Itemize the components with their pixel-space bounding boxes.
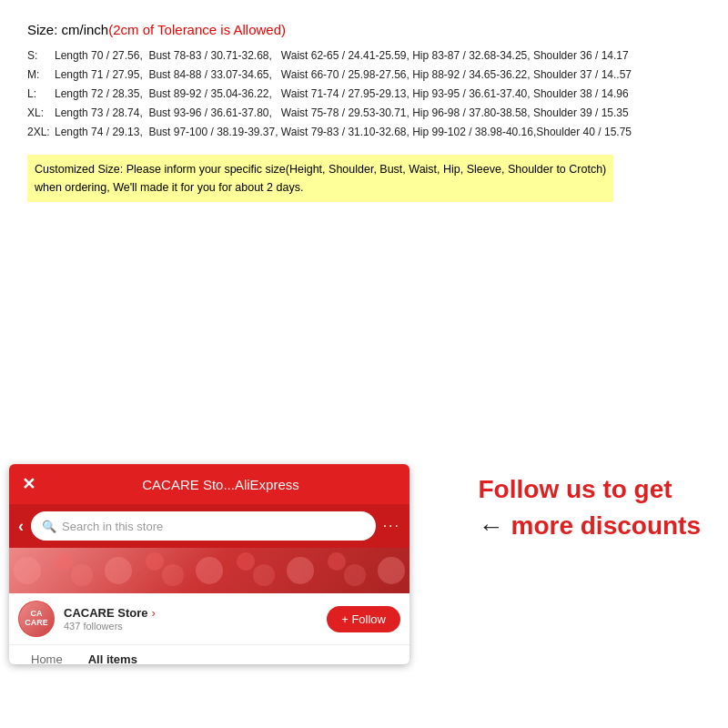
size-row-2xl: 2XL: Length 74 / 29.13, Bust 97-100 / 38… [27, 123, 701, 142]
search-input-container[interactable]: 🔍 Search in this store [31, 511, 376, 541]
size-title: Size: cm/inch(2cm of Tolerance is Allowe… [27, 22, 701, 37]
store-arrow-icon: › [151, 606, 155, 620]
app-topbar: ✕ CACARE Sto...AliExpress [9, 464, 410, 504]
tab-all-items-label: All items [88, 652, 137, 664]
size-label-l: L: [27, 85, 55, 104]
size-row-l: L: Length 72 / 28.35, Bust 89-92 / 35.04… [27, 85, 701, 104]
store-followers: 437 followers [64, 621, 318, 632]
page-container: Size: cm/inch(2cm of Tolerance is Allowe… [0, 0, 728, 728]
tab-home[interactable]: Home [18, 645, 76, 664]
avatar: CACARE [18, 601, 55, 637]
size-data-2xl: Length 74 / 29.13, Bust 97-100 / 38.19-3… [55, 123, 701, 142]
more-options-button[interactable]: ··· [383, 518, 400, 534]
size-data-xl: Length 73 / 28.74, Bust 93-96 / 36.61-37… [55, 104, 701, 123]
store-name: CACARE Store [64, 606, 147, 620]
size-label-xl: XL: [27, 104, 55, 123]
size-label-2xl: 2XL: [27, 123, 55, 142]
size-label-m: M: [27, 66, 55, 85]
size-rows: S: Length 70 / 27.56, Bust 78-83 / 30.71… [27, 46, 701, 142]
size-row-m: M: Length 71 / 27.95, Bust 84-88 / 33.07… [27, 66, 701, 85]
size-data-m: Length 71 / 27.95, Bust 84-88 / 33.07-34… [55, 66, 701, 85]
custom-size-box: Customized Size: Please inform your spec… [27, 155, 613, 202]
follow-us-text: Follow us to get ← more discounts [479, 473, 701, 543]
store-info-row: CACARE CACARE Store › 437 followers + Fo… [9, 593, 410, 644]
app-searchbar: ‹ 🔍 Search in this store ··· [9, 504, 410, 548]
avatar-text: CACARE [25, 610, 48, 628]
arrow-left-icon: ← [479, 512, 504, 541]
store-info-wrapper: CACARE CACARE Store › 437 followers + Fo… [9, 548, 410, 644]
search-placeholder: Search in this store [62, 520, 163, 533]
size-row-s: S: Length 70 / 27.56, Bust 78-83 / 30.71… [27, 46, 701, 66]
app-section: ✕ CACARE Sto...AliExpress ‹ 🔍 Search in … [0, 446, 728, 728]
arrow-row: ← more discounts [479, 510, 701, 542]
size-title-prefix: Size: cm/inch [27, 22, 108, 37]
size-row-xl: XL: Length 73 / 28.74, Bust 93-96 / 36.6… [27, 104, 701, 123]
store-text-info: CACARE Store › 437 followers [64, 606, 318, 632]
size-data-s: Length 70 / 27.56, Bust 78-83 / 30.71-32… [55, 46, 701, 66]
size-label-s: S: [27, 46, 55, 66]
custom-size-line2: when ordering, We'll made it for you for… [35, 181, 303, 194]
store-background-strip [9, 548, 410, 593]
app-screenshot: ✕ CACARE Sto...AliExpress ‹ 🔍 Search in … [9, 464, 410, 664]
close-icon[interactable]: ✕ [22, 476, 35, 492]
search-icon: 🔍 [42, 520, 56, 533]
custom-size-line1: Customized Size: Please inform your spec… [35, 163, 606, 176]
back-button[interactable]: ‹ [18, 518, 24, 534]
store-name-row: CACARE Store › [64, 606, 318, 620]
size-title-note: (2cm of Tolerance is Allowed) [108, 22, 286, 37]
follow-button[interactable]: + Follow [327, 606, 400, 632]
follow-us-line2: more discounts [511, 510, 701, 542]
app-title: CACARE Sto...AliExpress [45, 477, 397, 492]
size-chart-section: Size: cm/inch(2cm of Tolerance is Allowe… [0, 0, 728, 220]
tab-home-label: Home [31, 652, 63, 664]
tab-all-items[interactable]: All items [76, 645, 150, 664]
size-data-l: Length 72 / 28.35, Bust 89-92 / 35.04-36… [55, 85, 701, 104]
follow-us-line1: Follow us to get [479, 473, 672, 506]
app-nav: Home All items [9, 644, 410, 664]
avatar-inner: CACARE [19, 602, 54, 636]
